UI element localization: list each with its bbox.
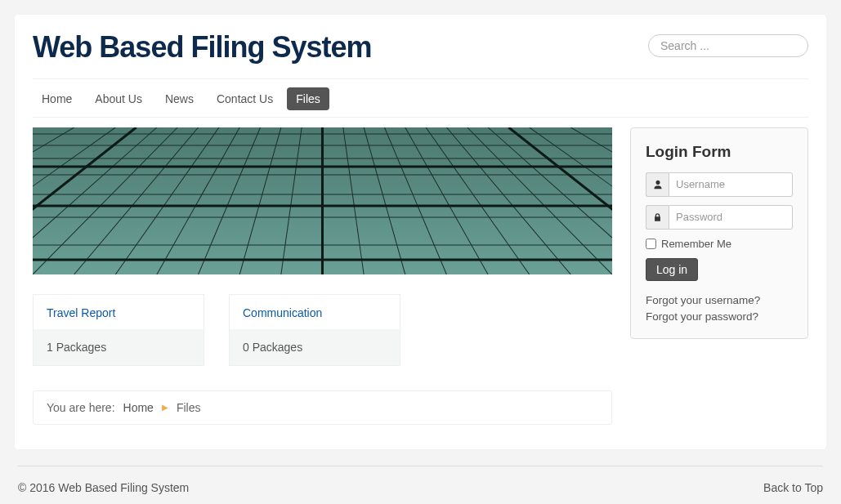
breadcrumb-item-home[interactable]: Home (123, 401, 154, 414)
breadcrumb-item-files: Files (177, 401, 201, 414)
chevron-right-icon: ▶ (162, 403, 168, 412)
footer-copyright: © 2016 Web Based Filing System (18, 481, 189, 494)
search-input[interactable] (648, 34, 808, 57)
nav-item-about-us[interactable]: About Us (86, 87, 151, 110)
category-count: 1 Packages (34, 329, 204, 365)
password-input[interactable] (669, 205, 793, 230)
category-link-travel-report[interactable]: Travel Report (47, 306, 115, 319)
category-card: Communication 0 Packages (229, 294, 400, 366)
login-button[interactable]: Log in (646, 258, 698, 281)
nav-item-files[interactable]: Files (287, 87, 329, 110)
remember-me-checkbox[interactable] (646, 239, 656, 249)
back-to-top-link[interactable]: Back to Top (763, 481, 823, 494)
remember-me-label: Remember Me (661, 238, 731, 250)
hero-banner (33, 127, 612, 274)
category-card: Travel Report 1 Packages (33, 294, 204, 366)
lock-icon (646, 205, 669, 230)
username-input[interactable] (669, 172, 793, 197)
breadcrumb-prefix: You are here: (47, 401, 115, 414)
breadcrumb: You are here: Home ▶ Files (33, 390, 612, 425)
login-title: Login Form (646, 143, 793, 161)
main-nav: Home About Us News Contact Us Files (33, 79, 808, 118)
forgot-password-link[interactable]: Forgot your password? (646, 309, 793, 325)
forgot-username-link[interactable]: Forgot your username? (646, 292, 793, 309)
user-icon (646, 172, 669, 197)
site-title: Web Based Filing System (33, 31, 371, 64)
nav-item-home[interactable]: Home (33, 87, 81, 110)
category-link-communication[interactable]: Communication (243, 306, 322, 319)
login-form: Login Form R (630, 127, 808, 340)
nav-item-news[interactable]: News (156, 87, 203, 110)
nav-item-contact-us[interactable]: Contact Us (208, 87, 282, 110)
category-count: 0 Packages (230, 329, 400, 365)
